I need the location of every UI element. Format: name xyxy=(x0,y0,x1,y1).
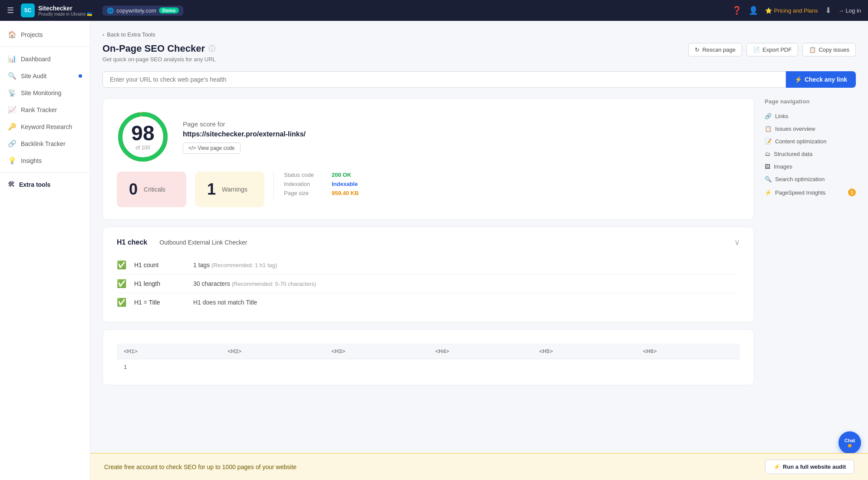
h3-col-header: <H3> xyxy=(324,344,428,359)
copy-label: Copy issues xyxy=(818,46,849,53)
download-icon[interactable]: ⬇ xyxy=(825,6,832,15)
run-audit-label: Run a full website audit xyxy=(783,463,846,470)
sidebar: 🏠 Projects 📊 Dashboard 🔍 Site Audit 📡 Si… xyxy=(0,21,90,480)
links-icon: 🔗 xyxy=(765,113,772,119)
sidebar-label-keyword-research: Keyword Research xyxy=(21,123,72,130)
nav-item-links[interactable]: 🔗 Links xyxy=(765,110,856,122)
h1-title-value: H1 does not match Title xyxy=(193,299,257,306)
keyword-icon: 🔑 xyxy=(8,122,17,131)
content-icon: 📝 xyxy=(765,138,772,145)
nav-label-images: Images xyxy=(774,163,792,170)
lightning-icon: ⚡ xyxy=(795,76,802,83)
copy-icon: 📋 xyxy=(809,46,816,53)
sidebar-item-backlink-tracker[interactable]: 🔗 Backlink Tracker xyxy=(0,135,90,152)
login-icon: → xyxy=(838,7,844,14)
star-icon: ⭐ xyxy=(765,7,772,14)
sidebar-label-backlink-tracker: Backlink Tracker xyxy=(21,140,66,147)
h1-check-subtitle: Outbound External Link Checker xyxy=(159,239,247,246)
h1-length-value: 30 characters (Recommended: 5-70 charact… xyxy=(193,280,316,287)
insights-icon: 💡 xyxy=(8,156,17,165)
view-code-button[interactable]: </> View page code xyxy=(183,142,241,154)
h1-count-value: 1 tags (Recommended: 1 h1 tag) xyxy=(193,262,277,268)
nav-label-links: Links xyxy=(775,113,788,119)
page-header: On-Page SEO Checker ⓘ Get quick on-page … xyxy=(102,43,856,63)
sidebar-item-keyword-research[interactable]: 🔑 Keyword Research xyxy=(0,118,90,135)
hamburger-icon[interactable]: ☰ xyxy=(7,6,14,15)
banner-text: Create free account to check SEO for up … xyxy=(104,463,297,470)
sidebar-item-site-monitoring[interactable]: 📡 Site Monitoring xyxy=(0,84,90,101)
check-link-label: Check any link xyxy=(805,76,847,83)
nav-item-pagespeed[interactable]: ⚡ PageSpeed Insights 1 xyxy=(765,185,856,199)
breadcrumb[interactable]: ‹ Back to Extra Tools xyxy=(102,31,856,38)
audit-notification-dot xyxy=(79,74,82,78)
help-icon[interactable]: ❓ xyxy=(732,6,742,15)
h1-title-row: ✅ H1 = Title H1 does not match Title xyxy=(117,293,740,311)
login-link[interactable]: → Log in xyxy=(838,7,861,14)
pricing-label: Pricing and Plans xyxy=(774,7,818,14)
nav-item-issues-overview[interactable]: 📋 Issues overview xyxy=(765,122,856,135)
h2-cell xyxy=(221,359,324,375)
sidebar-item-site-audit[interactable]: 🔍 Site Audit xyxy=(0,67,90,84)
sidebar-label-site-monitoring: Site Monitoring xyxy=(21,89,61,96)
sidebar-label-rank-tracker: Rank Tracker xyxy=(21,106,57,113)
nav-item-content-optimization[interactable]: 📝 Content optimization xyxy=(765,135,856,148)
h1-title-check-icon: ✅ xyxy=(117,298,127,307)
add-user-icon[interactable]: 👤 xyxy=(749,6,758,15)
info-icon[interactable]: ⓘ xyxy=(208,44,215,53)
sidebar-item-projects[interactable]: 🏠 Projects xyxy=(0,26,90,43)
h1-check-section: H1 check Outbound External Link Checker … xyxy=(102,227,754,322)
page-title-area: On-Page SEO Checker ⓘ Get quick on-page … xyxy=(102,43,216,63)
page-subtitle: Get quick on-page SEO analysis for any U… xyxy=(102,56,216,63)
rescan-icon: ↻ xyxy=(695,46,700,53)
logo-icon: SC xyxy=(21,3,35,17)
status-code-row: Status code 200 OK xyxy=(284,172,359,178)
h1-count-key: H1 count xyxy=(134,262,186,268)
warnings-card: 1 Warnings xyxy=(195,172,264,207)
back-arrow-icon: ‹ xyxy=(102,31,104,38)
chat-notification-dot xyxy=(848,444,851,447)
sidebar-item-dashboard[interactable]: 📊 Dashboard xyxy=(0,50,90,67)
page-title-text: On-Page SEO Checker xyxy=(102,43,205,54)
h1-cell: 1 xyxy=(117,359,221,375)
page-navigation: Page navigation 🔗 Links 📋 Issues overvie… xyxy=(765,98,856,392)
nav-item-structured-data[interactable]: 🗂 Structured data xyxy=(765,148,856,160)
score-url: https://sitechecker.pro/external-links/ xyxy=(183,130,306,138)
sidebar-item-rank-tracker[interactable]: 📈 Rank Tracker xyxy=(0,101,90,118)
sidebar-item-insights[interactable]: 💡 Insights xyxy=(0,152,90,169)
export-pdf-button[interactable]: 📄 Export PDF xyxy=(746,43,798,56)
code-icon: </> xyxy=(188,145,196,151)
copy-issues-button[interactable]: 📋 Copy issues xyxy=(802,43,856,56)
criticals-count: 0 xyxy=(129,180,138,199)
h1-check-title: H1 check xyxy=(117,238,147,246)
site-selector[interactable]: 🌐 copywritely.com Demo xyxy=(102,6,183,16)
headers-table-header-row: <H1> <H2> <H3> <H4> <H5> <H6> xyxy=(117,344,740,359)
check-link-button[interactable]: ⚡ Check any link xyxy=(786,71,856,88)
header-actions: ↻ Rescan page 📄 Export PDF 📋 Copy issues xyxy=(688,43,856,56)
run-audit-button[interactable]: ⚡ Run a full website audit xyxy=(765,460,854,474)
h5-cell xyxy=(532,359,636,375)
nav-label-pagespeed: PageSpeed Insights xyxy=(775,189,825,196)
nav-item-images[interactable]: 🖼 Images xyxy=(765,160,856,173)
warnings-count: 1 xyxy=(207,180,216,199)
main-content: ‹ Back to Extra Tools On-Page SEO Checke… xyxy=(90,21,868,480)
content-with-nav: 98 of 100 Page score for https://siteche… xyxy=(102,98,856,392)
rescan-button[interactable]: ↻ Rescan page xyxy=(688,43,742,56)
h5-col-header: <H5> xyxy=(532,344,636,359)
pricing-link[interactable]: ⭐ Pricing and Plans xyxy=(765,7,818,14)
sidebar-label-dashboard: Dashboard xyxy=(21,56,51,63)
monitoring-icon: 📡 xyxy=(8,89,17,97)
url-input[interactable] xyxy=(102,71,786,88)
status-code-key: Status code xyxy=(284,172,323,178)
url-input-row: ⚡ Check any link xyxy=(102,71,856,88)
nav-item-search-optimization[interactable]: 🔍 Search optimization xyxy=(765,173,856,185)
backlink-icon: 🔗 xyxy=(8,139,17,148)
site-icon: 🌐 xyxy=(107,7,114,14)
sidebar-item-extra-tools[interactable]: 🛠 Extra tools xyxy=(0,176,90,193)
page-score-label: Page score for xyxy=(183,120,306,128)
score-of: of 100 xyxy=(131,145,154,151)
chat-bubble[interactable]: Chat xyxy=(838,431,861,454)
logo-sub: Proudly made in Ukraine 🇺🇦 xyxy=(38,12,92,17)
h1-section-toggle[interactable]: ∨ xyxy=(734,238,740,247)
h1-count-text: 1 tags xyxy=(193,262,210,268)
score-circle: 98 of 100 xyxy=(117,111,169,163)
